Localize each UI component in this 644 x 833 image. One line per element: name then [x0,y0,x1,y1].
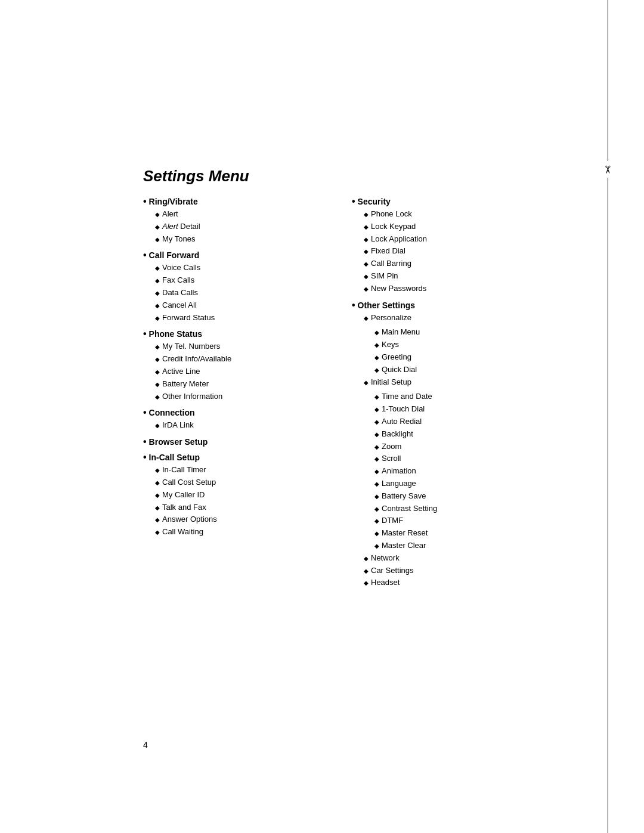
in-call-setup-items: ◆In-Call Timer ◆Call Cost Setup ◆My Call… [155,464,328,538]
other-settings-items: ◆ Personalize ◆Main Menu ◆Keys ◆Greeting… [364,312,537,590]
list-item: ◆Scroll [374,453,437,465]
bullet-icon: ◆ [155,355,160,364]
list-item: ◆Active Line [155,366,328,378]
bullet-icon: ◆ [364,247,369,256]
bullet-icon: ◆ [155,491,160,500]
section-header-call-forward: • Call Forward [143,250,328,261]
bullet-icon: • [352,196,355,207]
list-item: ◆Call Barring [364,258,537,270]
list-item: ◆My Tones [155,233,328,246]
bullet-icon: ◆ [155,301,160,311]
list-item: ◆Call Waiting [155,526,328,538]
list-item: ◆Credit Info/Available [155,353,328,366]
list-item: ◆ Headset [364,577,537,589]
list-item: ◆Lock Keypad [364,221,537,233]
list-item: ◆Quick Dial [374,364,420,376]
bullet-icon: ◆ [364,284,369,294]
bullet-icon: ◆ [374,417,379,427]
section-header-ring-vibrate: • Ring/Vibrate [143,196,328,207]
list-item: ◆DTMF [374,515,437,527]
list-item: ◆Master Clear [374,540,437,552]
list-item: ◆My Tel. Numbers [155,340,328,353]
bullet-icon: ◆ [155,421,160,431]
list-item: ◆Cancel All [155,299,328,312]
bullet-icon: ◆ [374,340,379,350]
section-header-browser-setup: • Browser Setup [143,436,328,447]
bullet-icon: ◆ [364,222,369,232]
bullet-icon: ◆ [374,430,379,439]
bullet-icon: ◆ [155,528,160,537]
section-phone-status: • Phone Status ◆My Tel. Numbers ◆Credit … [143,329,328,402]
personalize-sub-items: ◆Main Menu ◆Keys ◆Greeting ◆Quick Dial [374,326,420,376]
list-item: ◆Animation [374,465,437,478]
section-connection: • Connection ◆IrDA Link [143,407,328,432]
section-call-forward: • Call Forward ◆Voice Calls ◆Fax Calls ◆… [143,250,328,324]
bullet-icon: ◆ [364,554,369,563]
bullet-icon: ◆ [364,566,369,576]
section-header-security: • Security [352,196,537,207]
bullet-icon: ◆ [155,314,160,323]
list-item: ◆Phone Lock [364,208,537,221]
section-label-call-forward: Call Forward [149,250,200,260]
list-item: ◆Contrast Setting [374,503,437,515]
section-browser-setup: • Browser Setup [143,436,328,447]
bullet-icon: ◆ [155,392,160,402]
list-item: ◆ Initial Setup ◆Time and Date ◆1-Touch … [364,376,537,552]
section-security: • Security ◆Phone Lock ◆Lock Keypad ◆Loc… [352,196,537,295]
bullet-icon: ◆ [155,466,160,475]
section-label-connection: Connection [149,408,195,417]
list-item: ◆Battery Save [374,490,437,503]
bullet-icon: • [143,407,147,418]
right-column: • Security ◆Phone Lock ◆Lock Keypad ◆Loc… [352,196,537,594]
bullet-icon: ◆ [374,405,379,414]
bullet-icon: ◆ [374,328,379,337]
list-item: ◆Language [374,478,437,490]
bullet-icon: ◆ [374,454,379,464]
bullet-icon: ◆ [364,578,369,588]
list-item: ◆Backlight [374,428,437,441]
bullet-icon: ◆ [155,222,160,232]
cut-line: ✂ [604,0,611,833]
list-item: ◆Zoom [374,441,437,453]
list-item: ◆Forward Status [155,312,328,324]
bullet-icon: ◆ [374,492,379,501]
call-forward-items: ◆Voice Calls ◆Fax Calls ◆Data Calls ◆Can… [155,262,328,324]
list-item: ◆Data Calls [155,287,328,299]
list-item: ◆Call Cost Setup [155,476,328,489]
bullet-icon: ◆ [155,503,160,513]
bullet-icon: ◆ [155,276,160,286]
bullet-icon: ◆ [374,504,379,514]
page-number: 4 [143,740,148,750]
list-item: ◆Fax Calls [155,274,328,287]
list-item: ◆Answer Options [155,513,328,526]
list-item: ◆ Car Settings [364,565,537,577]
menu-columns: • Ring/Vibrate ◆Alert ◆Alert Detail ◆My … [143,196,537,594]
bullet-icon: ◆ [155,367,160,377]
bullet-icon: ◆ [374,479,379,489]
bullet-icon: ◆ [374,529,379,538]
phone-status-items: ◆My Tel. Numbers ◆Credit Info/Available … [155,340,328,402]
list-item: ◆My Caller ID [155,489,328,501]
section-header-other-settings: • Other Settings [352,300,537,311]
list-item: ◆ Personalize ◆Main Menu ◆Keys ◆Greeting… [364,312,537,376]
bullet-icon: • [143,196,147,207]
bullet-icon: ◆ [374,442,379,452]
bullet-icon: • [143,452,147,463]
bullet-icon: ◆ [374,467,379,476]
bullet-icon: • [143,436,147,447]
page-title: Settings Menu [143,167,537,185]
list-item: ◆IrDA Link [155,419,328,432]
section-label-security: Security [358,197,391,206]
bullet-icon: ◆ [155,289,160,298]
section-in-call-setup: • In-Call Setup ◆In-Call Timer ◆Call Cos… [143,452,328,538]
bullet-icon: ◆ [374,516,379,526]
list-item: ◆New Passwords [364,283,537,295]
list-item: ◆ Network [364,552,537,565]
list-item: ◆Auto Redial [374,416,437,428]
bullet-icon: ◆ [155,210,160,219]
bullet-icon: ◆ [155,380,160,389]
list-item: ◆Alert Detail [155,221,328,233]
section-label-other-settings: Other Settings [358,301,415,310]
list-item: ◆Talk and Fax [155,501,328,514]
scissors-icon: ✂ [601,165,614,174]
